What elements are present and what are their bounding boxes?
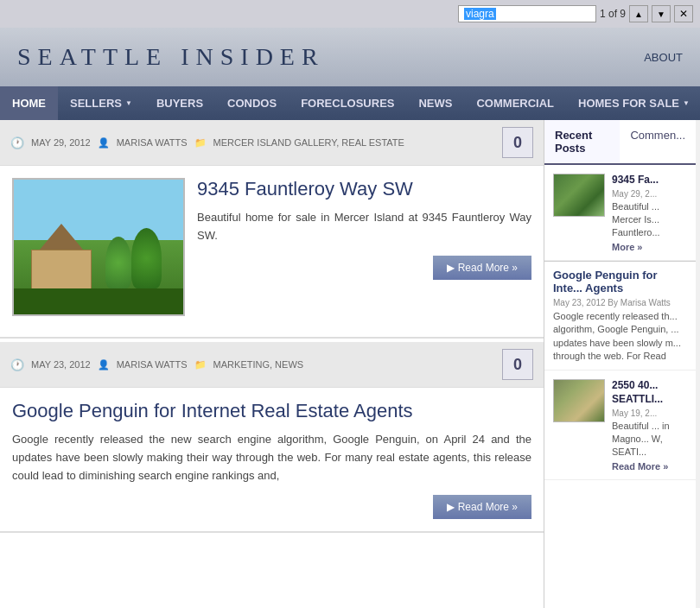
nav-item-homes-for-sale[interactable]: HOMES FOR SALE ▼ <box>566 86 700 120</box>
clock-icon-2: 🕐 <box>10 358 24 371</box>
site-header: SEATTLE INSIDER ABOUT <box>0 28 700 86</box>
search-prev-button[interactable]: ▲ <box>629 5 648 22</box>
sidebar-post-1-thumb <box>553 174 605 217</box>
post-1-content: 9345 Fauntleroy Way SW Beautiful home fo… <box>0 166 544 339</box>
post-2-date: MAY 23, 2012 <box>31 359 91 370</box>
arrow-right-icon: ▶ <box>447 262 455 274</box>
sidebar-post-1-date: May 29, 2... <box>612 189 687 199</box>
post-2-read-more-label: Read More » <box>458 501 518 513</box>
post-1: 🕐 MAY 29, 2012 👤 MARISA WATTS 📁 MERCER I… <box>0 120 544 339</box>
main-container: 🕐 MAY 29, 2012 👤 MARISA WATTS 📁 MERCER I… <box>0 120 700 608</box>
sellers-arrow-icon: ▼ <box>125 99 132 107</box>
content-area: 🕐 MAY 29, 2012 👤 MARISA WATTS 📁 MERCER I… <box>0 120 544 608</box>
homes-arrow-icon: ▼ <box>683 99 690 107</box>
main-nav: HOME SELLERS ▼ BUYERS CONDOS FORECLOSURE… <box>0 86 700 120</box>
sidebar-post-1: 9345 Fa... May 29, 2... Beautiful ... Me… <box>544 165 696 261</box>
search-close-button[interactable]: ✕ <box>674 5 693 22</box>
tab-comments[interactable]: Commen... <box>620 120 696 165</box>
sidebar-section-2-title: Google Penguin for Inte... Agents <box>553 269 687 294</box>
nav-item-home[interactable]: HOME <box>0 86 58 120</box>
post-2: 🕐 MAY 23, 2012 👤 MARISA WATTS 📁 MARKETIN… <box>0 342 544 533</box>
site-title: SEATTLE INSIDER <box>17 43 325 71</box>
clock-icon: 🕐 <box>10 136 24 149</box>
arrow-right-icon-2: ▶ <box>447 501 455 513</box>
nav-item-condos[interactable]: CONDOS <box>215 86 289 120</box>
post-2-content: Google Penguin for Internet Real Estate … <box>0 388 544 533</box>
sidebar-post-3-text: 2550 40... SEATTLI... May 19, 2... Beaut… <box>612 379 687 472</box>
sidebar-post-1-title: 9345 Fa... <box>612 174 687 187</box>
sidebar-post-3-read-more[interactable]: Read More » <box>612 461 668 472</box>
nav-item-news[interactable]: NEWS <box>406 86 464 120</box>
post-2-author: MARISA WATTS <box>117 359 188 370</box>
browser-search-bar: viagra 1 of 9 ▲ ▼ ✕ <box>0 0 700 28</box>
search-highlight: viagra <box>464 8 496 20</box>
search-next-button[interactable]: ▼ <box>652 5 671 22</box>
sidebar-post-3-excerpt: Beautiful ... in Magno... W, SEATI... <box>612 420 687 459</box>
nav-item-commercial[interactable]: COMMERCIAL <box>464 86 566 120</box>
nav-item-sellers[interactable]: SELLERS ▼ <box>58 86 144 120</box>
sidebar-post-3: 2550 40... SEATTLI... May 19, 2... Beaut… <box>544 370 696 479</box>
post-2-comment-count: 0 <box>502 349 533 380</box>
post-1-date: MAY 29, 2012 <box>31 137 91 148</box>
post-1-author: MARISA WATTS <box>117 137 188 148</box>
sidebar-section-2-excerpt: Google recently released th... algorithm… <box>553 310 687 364</box>
sidebar-post-3-title: 2550 40... SEATTLI... <box>612 379 687 406</box>
post-1-comment-count: 0 <box>502 127 533 158</box>
post-1-category: MERCER ISLAND GALLERY, REAL ESTATE <box>213 137 404 148</box>
post-2-title: Google Penguin for Internet Real Estate … <box>12 400 531 422</box>
folder-icon: 📁 <box>194 137 207 149</box>
sidebar-post-3-date: May 19, 2... <box>612 408 687 418</box>
sidebar-post-1-read-more[interactable]: More » <box>612 242 642 252</box>
person-icon: 👤 <box>98 137 110 149</box>
post-2-read-more-button[interactable]: ▶ Read More » <box>433 495 531 519</box>
post-1-read-more-button[interactable]: ▶ Read More » <box>433 256 531 280</box>
sidebar-post-3-thumb <box>553 379 605 422</box>
folder-icon-2: 📁 <box>194 359 207 370</box>
person-icon-2: 👤 <box>98 359 110 370</box>
post-1-image <box>12 178 185 316</box>
sidebar-tabs: Recent Posts Commen... <box>544 120 696 165</box>
tab-recent-posts[interactable]: Recent Posts <box>544 120 620 165</box>
about-link[interactable]: ABOUT <box>644 51 683 64</box>
sidebar-section-2-date: May 23, 2012 By Marisa Watts <box>553 298 687 307</box>
post-1-meta: 🕐 MAY 29, 2012 👤 MARISA WATTS 📁 MERCER I… <box>0 120 544 166</box>
sidebar-post-1-text: 9345 Fa... May 29, 2... Beautiful ... Me… <box>612 174 687 253</box>
post-2-category: MARKETING, NEWS <box>213 359 304 370</box>
sidebar: Recent Posts Commen... 9345 Fa... May 29… <box>544 120 696 608</box>
nav-item-buyers[interactable]: BUYERS <box>144 86 215 120</box>
nav-item-foreclosures[interactable]: FORECLOSURES <box>289 86 406 120</box>
post-1-read-more-label: Read More » <box>458 262 518 274</box>
post-2-body: Google recently released the new search … <box>12 431 531 484</box>
post-2-meta: 🕐 MAY 23, 2012 👤 MARISA WATTS 📁 MARKETIN… <box>0 342 544 388</box>
sidebar-post-1-excerpt: Beautiful ... Mercer Is... Fauntlero... <box>612 200 687 240</box>
sidebar-section-2: Google Penguin for Inte... Agents May 23… <box>544 261 696 371</box>
search-count: 1 of 9 <box>600 8 626 20</box>
